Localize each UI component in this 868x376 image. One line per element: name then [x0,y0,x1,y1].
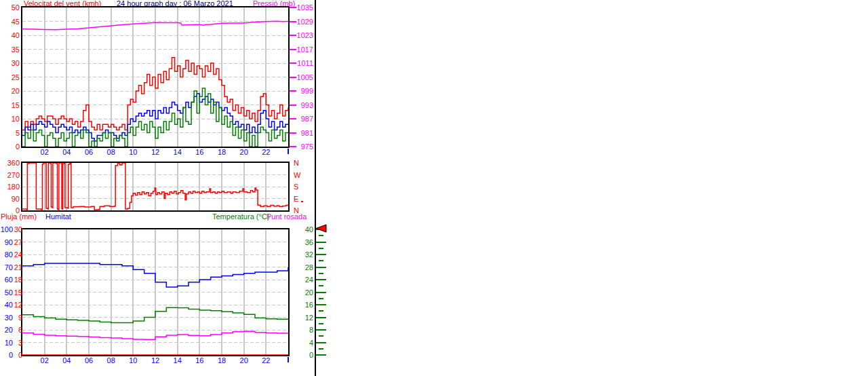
direction-axis-label: 180 [2,183,20,191]
pressure-axis-tick [290,146,296,147]
temp-axis-tick-minor [319,285,323,286]
humidity-axis-label: 100 [0,225,13,233]
x-axis-end-tick [288,149,289,154]
pressure-axis-label: 1035 [294,3,313,12]
rain-axis-label: 12 [13,301,22,309]
pressure-axis-tick [290,35,296,36]
legend-temperature: Temperatura (°C) [212,212,269,221]
hour-label-top: 14 [170,148,185,156]
hour-label-top: 18 [214,148,229,156]
wind-axis-label: 15 [2,101,20,109]
temp-axis-tick-major [316,342,326,343]
hour-label-bottom: 06 [81,356,96,364]
direction-axis-label: 90 [2,195,20,203]
pressure-axis-tick [290,21,296,22]
temp-axis-label: 36 [302,238,313,246]
direction-axis-label: 270 [2,171,20,179]
hour-label-top: 16 [192,148,207,156]
pressure-axis-tick [290,105,296,106]
temp-axis-tick-minor [319,248,323,249]
pressure-axis-label: 1011 [294,59,313,67]
pressure-axis-tick [290,77,296,78]
direction-compass-label: W [294,171,303,179]
wind-axis-label: 45 [2,18,20,26]
pressure-axis-label: 987 [294,115,313,123]
temp-axis-label: 8 [302,326,313,334]
temp-axis-tick-minor [319,323,323,324]
wind-axis-label: 35 [2,45,20,54]
temp-axis-tick-minor [319,335,323,337]
direction-compass-label: S [294,183,303,191]
hour-label-bottom: 18 [214,356,229,364]
hour-label-top: 22 [258,148,273,156]
temp-axis-tick-major [316,329,326,331]
temp-axis-label: 20 [302,288,313,297]
temp-axis-tick-minor [319,348,323,350]
pressure-axis-tick [290,90,296,92]
temp-axis-tick-minor [319,273,323,274]
hour-label-bottom: 04 [59,356,74,364]
humidity-axis-label: 90 [0,238,13,246]
temp-axis-tick-minor [319,298,323,299]
humidity-axis-label: 20 [0,326,13,334]
rain-axis-label: 21 [13,263,22,271]
temp-axis-label: 24 [302,276,313,284]
hour-label-bottom: 22 [258,356,273,364]
chart-canvas [22,163,288,210]
temp-humidity-rain-chart [21,228,290,356]
hour-label-top: 04 [59,148,74,156]
chart-canvas [22,229,288,355]
pressure-axis-tick [290,132,296,134]
temp-axis-tick-minor [319,310,323,312]
temp-axis-tick-major [316,254,326,255]
wind-axis-label: 25 [2,73,20,81]
temp-axis-label: 40 [302,225,313,233]
rain-axis-label: 24 [13,250,22,259]
hour-label-bottom: 08 [104,356,119,364]
temp-axis-label: 4 [302,339,313,347]
rain-axis-label: 0 [13,351,22,359]
pressure-axis-label: 993 [294,101,313,109]
rain-axis-label: 15 [13,288,22,297]
pressure-axis-label: 975 [294,143,313,151]
hour-label-top: 10 [125,148,140,156]
pressure-axis-label: 1023 [294,31,313,39]
temp-axis-label: 16 [302,301,313,309]
hour-label-bottom: 20 [237,356,252,364]
humidity-axis-label: 60 [0,276,13,284]
rain-axis-label: 3 [13,339,22,347]
wind-axis-label: 5 [2,129,20,137]
hour-label-top: 20 [237,148,252,156]
humidity-axis-label: 70 [0,263,13,271]
temp-axis-label: 32 [302,250,313,259]
temp-axis-tick-major [316,242,326,243]
temp-axis-tick-major [316,354,326,356]
rain-axis-label: 27 [13,238,22,246]
pressure-axis-label: 999 [294,87,313,95]
direction-axis-label: 360 [2,159,20,167]
hour-label-top: 06 [81,148,96,156]
humidity-axis-label: 30 [0,314,13,322]
temp-axis-tick-major [316,292,326,293]
temp-axis-tick-minor [319,235,323,236]
pressure-axis-tick [290,118,296,119]
pressure-axis-tick [290,62,296,64]
chart-canvas [22,7,288,147]
temp-axis-tick-major [316,279,326,280]
vertical-divider-line [315,0,316,376]
current-value-arrow-icon [315,224,327,233]
hour-label-top: 08 [104,148,119,156]
rain-axis-label: 6 [13,326,22,334]
weather-graph-screen: Velocitat del vent (kmh) 24 hour graph d… [0,0,868,376]
hour-label-top: 02 [37,148,52,156]
temp-axis-label: 12 [302,314,313,322]
wind-axis-label: 20 [2,87,20,95]
rain-axis-label: 30 [13,225,22,233]
legend-rain: Pluja (mm) [1,212,37,221]
wind-axis-label: 40 [2,31,20,39]
direction-compass-label: N [294,159,303,167]
hour-label-bottom: 14 [170,356,185,364]
wind-direction-chart [21,162,290,212]
wind-speed-pressure-chart [21,6,290,148]
pressure-axis-tick [290,7,296,8]
